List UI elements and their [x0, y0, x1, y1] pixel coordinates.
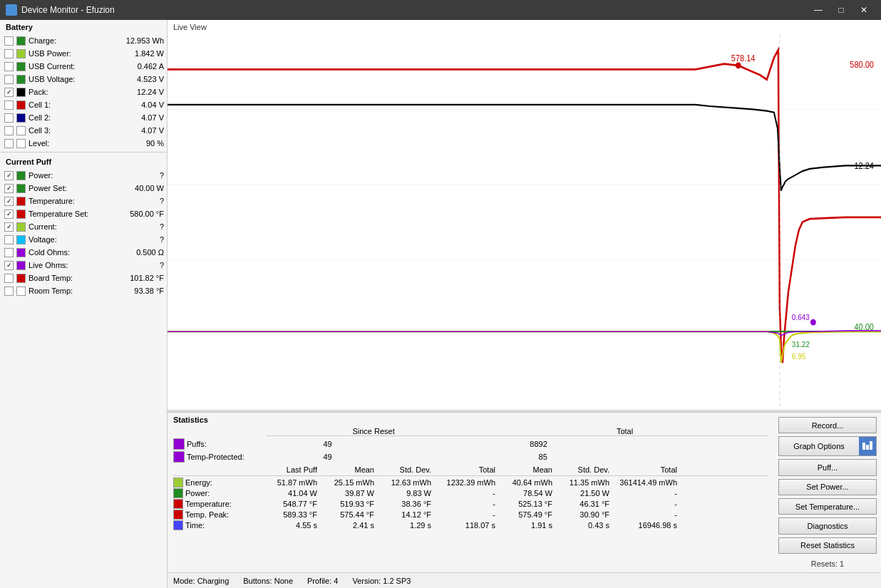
svg-rect-16: [866, 445, 869, 450]
svg-text:578.14: 578.14: [731, 54, 756, 63]
svg-rect-17: [870, 441, 872, 450]
svg-point-11: [810, 319, 816, 326]
temperature-checkbox[interactable]: [4, 197, 14, 206]
scroll-right-button[interactable]: ▶: [867, 412, 878, 413]
cell2-checkbox[interactable]: [4, 113, 14, 123]
statistics-area: Statistics Since Reset Total Puffs: 49: [168, 413, 774, 572]
sidebar-row-power: Power: ?: [0, 169, 167, 182]
graph-options-container: Graph Options: [778, 436, 877, 456]
temperature-set-value: 580.00 °F: [114, 210, 164, 218]
voltage-color: [16, 235, 26, 244]
graph-options-icon[interactable]: [859, 437, 876, 455]
cell3-label: Cell 3:: [29, 126, 114, 135]
power-set-checkbox[interactable]: [4, 184, 14, 193]
power-checkbox[interactable]: [4, 171, 14, 180]
svg-rect-0: [168, 34, 881, 410]
total1-col-header: Total: [437, 465, 501, 474]
temperature-set-checkbox[interactable]: [4, 210, 14, 219]
cold-ohms-label: Cold Ohms:: [29, 248, 114, 257]
puffs-label: Puffs:: [187, 440, 207, 448]
pack-checkbox[interactable]: [4, 88, 14, 97]
reset-statistics-button[interactable]: Reset Statistics: [778, 537, 877, 554]
status-buttons: Buttons: None: [243, 577, 293, 585]
since-reset-header: Since Reset: [266, 427, 481, 436]
cell3-value: 4.07 V: [114, 126, 164, 135]
cell2-label: Cell 2:: [29, 113, 114, 122]
usb-current-value: 0.462 A: [114, 62, 164, 71]
voltage-value: ?: [114, 235, 164, 244]
row-label-1: Power:: [173, 488, 266, 498]
close-button[interactable]: ✕: [852, 0, 875, 20]
usb-power-color: [16, 49, 26, 58]
level-color: [16, 139, 26, 148]
row-label-2: Temperature:: [173, 499, 266, 509]
cold-ohms-value: 0.500 Ω: [114, 248, 164, 257]
diagnostics-button[interactable]: Diagnostics: [778, 517, 877, 534]
row-label-4: Time:: [173, 520, 266, 530]
puffs-color-box: [173, 438, 185, 450]
svg-point-9: [736, 63, 741, 69]
right-panel: Live View: [168, 20, 881, 588]
set-temperature-button[interactable]: Set Temperature...: [778, 498, 877, 515]
power-color: [16, 171, 26, 180]
cell1-checkbox[interactable]: [4, 100, 14, 110]
room-temp-value: 93.38 °F: [114, 287, 164, 295]
chart-svg: 580.00 12.24 40.00 578.14 0.643 31.22 6.…: [168, 34, 881, 410]
sidebar-row-board-temp: Board Temp: 101.82 °F: [0, 272, 167, 284]
board-temp-color: [16, 274, 26, 283]
maximize-button[interactable]: □: [830, 0, 852, 20]
current-label: Current:: [29, 222, 114, 231]
cell3-checkbox[interactable]: [4, 126, 14, 135]
live-ohms-checkbox[interactable]: [4, 261, 14, 270]
row-label-3: Temp. Peak:: [173, 510, 266, 520]
right-buttons-panel: Record... Graph Options Puff... Set Powe…: [774, 413, 881, 572]
sidebar-row-usb-power: USB Power: 1.842 W: [0, 47, 167, 60]
row-label-0: Energy:: [173, 478, 266, 488]
svg-text:31.22: 31.22: [792, 340, 810, 349]
room-temp-label: Room Temp:: [29, 287, 114, 295]
temperature-label: Temperature:: [29, 197, 114, 205]
room-temp-checkbox[interactable]: [4, 287, 14, 296]
level-label: Level:: [29, 139, 114, 148]
sidebar-row-cell3: Cell 3: 4.07 V: [0, 124, 167, 137]
chart-area: Live View: [168, 20, 881, 412]
pack-value: 12.24 V: [114, 88, 164, 96]
board-temp-checkbox[interactable]: [4, 274, 14, 283]
chart-scrollbar: ◀ ▶: [168, 410, 881, 412]
cell3-color: [16, 126, 26, 135]
level-value: 90 %: [114, 139, 164, 148]
usb-current-checkbox[interactable]: [4, 62, 14, 71]
usb-power-checkbox[interactable]: [4, 49, 14, 58]
scroll-left-button[interactable]: ◀: [170, 412, 182, 413]
level-checkbox[interactable]: [4, 139, 14, 148]
temperature-value: ?: [114, 197, 164, 205]
room-temp-color: [16, 287, 26, 296]
charge-label: Charge:: [29, 36, 114, 45]
current-checkbox[interactable]: [4, 222, 14, 232]
resets-info: Resets: 1: [778, 559, 877, 568]
app-icon: [6, 4, 17, 16]
usb-current-label: USB Current:: [29, 62, 114, 71]
cold-ohms-checkbox[interactable]: [4, 248, 14, 257]
svg-text:0.643: 0.643: [792, 312, 810, 321]
pack-color: [16, 88, 26, 97]
minimize-button[interactable]: —: [807, 0, 830, 20]
sidebar-row-charge: Charge: 12.953 Wh: [0, 34, 167, 47]
puff-button[interactable]: Puff...: [778, 459, 877, 475]
record-button[interactable]: Record...: [778, 417, 877, 433]
charge-checkbox[interactable]: [4, 36, 14, 46]
live-ohms-label: Live Ohms:: [29, 261, 114, 269]
sidebar-divider-1: [0, 152, 167, 153]
power-label: Power:: [29, 171, 114, 180]
cell1-label: Cell 1:: [29, 100, 114, 109]
usb-voltage-checkbox[interactable]: [4, 75, 14, 84]
charge-color: [16, 36, 26, 46]
stats-data-row-3: Temp. Peak: 589.33 °F 575.44 °F 14.12 °F…: [173, 510, 768, 520]
mean2-col-header: Mean: [501, 465, 558, 474]
voltage-checkbox[interactable]: [4, 235, 14, 244]
stddev1-col-header: Std. Dev.: [380, 465, 437, 474]
last-puff-col-header: Last Puff: [266, 465, 323, 474]
set-power-button[interactable]: Set Power...: [778, 479, 877, 495]
graph-options-button[interactable]: Graph Options: [779, 437, 859, 455]
power-set-label: Power Set:: [29, 184, 114, 192]
